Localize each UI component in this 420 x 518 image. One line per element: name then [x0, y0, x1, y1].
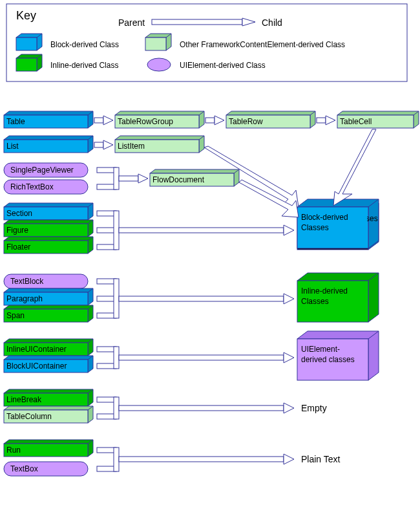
node-blockuic: BlockUIContainer [4, 356, 93, 372]
svg-text:Floater: Floater [6, 243, 30, 252]
svg-point-12 [147, 58, 171, 71]
svg-rect-119 [114, 347, 119, 369]
svg-text:InlineUIContainer: InlineUIContainer [6, 345, 67, 354]
svg-text:TableRow: TableRow [229, 117, 263, 126]
node-richtextbox: RichTextBox [4, 180, 88, 194]
diagram: .stk{stroke:#333399;stroke-width:1} .lbl… [0, 0, 420, 518]
arrow-list-li [94, 140, 113, 149]
svg-rect-4 [16, 38, 37, 50]
svg-marker-75 [284, 225, 294, 235]
arrow-tr-tc [317, 116, 335, 125]
bracket-plaintext [97, 448, 294, 471]
svg-text:Run: Run [6, 446, 21, 455]
svg-text:List: List [6, 142, 19, 151]
bracket-uielement [97, 347, 294, 369]
swatch-uielement-label: UIElement-derived Class [180, 61, 266, 70]
node-listitem: ListItem [115, 136, 204, 153]
svg-text:TextBox: TextBox [10, 464, 38, 473]
svg-rect-138 [119, 405, 284, 411]
svg-text:LineBreak: LineBreak [6, 395, 42, 404]
svg-text:TableCell: TableCell [340, 117, 372, 126]
svg-text:FlowDocument: FlowDocument [152, 175, 205, 184]
svg-text:TextBlock: TextBlock [10, 277, 44, 286]
svg-rect-148 [114, 448, 119, 471]
svg-text:TableRowGroup: TableRowGroup [118, 117, 173, 126]
node-tablerow: TableRow [226, 111, 315, 128]
bracket-empty [97, 397, 294, 419]
svg-text:ListItem: ListItem [118, 142, 145, 151]
svg-marker-103 [284, 294, 294, 304]
legend-title: Key [16, 9, 36, 22]
svg-rect-74 [119, 228, 284, 233]
bracket-inline [97, 279, 294, 318]
svg-rect-23 [205, 118, 215, 123]
svg-text:BlockUIContainer: BlockUIContainer [6, 362, 67, 371]
svg-rect-137 [114, 397, 119, 419]
svg-rect-51 [114, 167, 119, 189]
arrow-tablecell-block [333, 129, 376, 206]
svg-marker-139 [284, 403, 294, 413]
node-table: Table [4, 111, 93, 128]
svg-rect-39 [94, 142, 103, 147]
svg-rect-101 [114, 279, 119, 318]
svg-text:Table: Table [6, 117, 25, 126]
swatch-uielement [147, 58, 171, 71]
node-run: Run [4, 440, 93, 457]
svg-marker-53 [138, 174, 148, 183]
node-floater: Floater [4, 237, 93, 254]
svg-rect-73 [114, 211, 119, 250]
svg-text:Figure: Figure [6, 226, 28, 235]
svg-text:Span: Span [6, 311, 25, 320]
svg-text:Section: Section [6, 209, 32, 218]
bracket-viewers [97, 167, 148, 189]
swatch-other-label: Other FrameworkContentElement-derived Cl… [180, 40, 345, 49]
node-textbox: TextBox [4, 462, 88, 476]
node-singlepageviewer: SinglePageViewer [4, 163, 88, 177]
target-block-text: Block-derived Classes [299, 208, 367, 247]
node-section: Section [4, 203, 93, 220]
node-inlineuic: InlineUIContainer [4, 339, 93, 356]
legend: Key Parent Child Block-derived Class Inl… [6, 4, 407, 81]
node-tablecolumn: TableColumn [4, 406, 93, 423]
svg-marker-18 [103, 116, 113, 125]
svg-text:Paragraph: Paragraph [6, 294, 43, 303]
target-plaintext: Plain Text [301, 454, 341, 464]
svg-rect-52 [119, 176, 138, 181]
svg-text:RichTextBox: RichTextBox [10, 182, 54, 191]
arrow-table-trg [94, 116, 113, 125]
swatch-block-label: Block-derived Class [50, 40, 119, 49]
node-list: List [4, 136, 93, 153]
svg-marker-40 [103, 140, 113, 149]
svg-rect-10 [145, 38, 166, 50]
arrow-trg-tr [205, 116, 224, 125]
svg-marker-85 [333, 129, 376, 206]
node-figure: Figure [4, 220, 93, 237]
svg-marker-150 [284, 454, 294, 464]
swatch-inline-label: Inline-derived Class [50, 61, 118, 70]
node-tablecell: TableCell [337, 111, 419, 128]
node-paragraph: Paragraph [4, 288, 93, 305]
svg-marker-24 [215, 116, 224, 125]
svg-rect-29 [317, 118, 326, 123]
svg-rect-17 [94, 118, 103, 123]
parent-label: Parent [118, 17, 145, 28]
svg-rect-149 [119, 457, 284, 462]
node-flowdocument: FlowDocument [150, 169, 239, 186]
svg-rect-1 [152, 19, 242, 25]
svg-text:TableColumn: TableColumn [6, 412, 52, 421]
svg-text:UIElement-: UIElement- [301, 345, 340, 354]
child-label: Child [262, 17, 282, 28]
svg-text:Classes: Classes [301, 297, 329, 306]
node-span: Span [4, 305, 93, 322]
svg-text:SinglePageViewer: SinglePageViewer [10, 166, 74, 175]
bracket-block-targets [97, 211, 294, 250]
node-linebreak: LineBreak [4, 389, 93, 406]
swatch-block [16, 34, 42, 50]
svg-rect-102 [119, 296, 284, 301]
node-textblock: TextBlock [4, 274, 88, 288]
svg-text:Block-derived: Block-derived [301, 213, 348, 222]
svg-text:derived classes: derived classes [301, 355, 355, 364]
target-empty: Empty [301, 403, 327, 413]
legend-arrow [152, 18, 255, 26]
svg-marker-121 [284, 352, 294, 363]
